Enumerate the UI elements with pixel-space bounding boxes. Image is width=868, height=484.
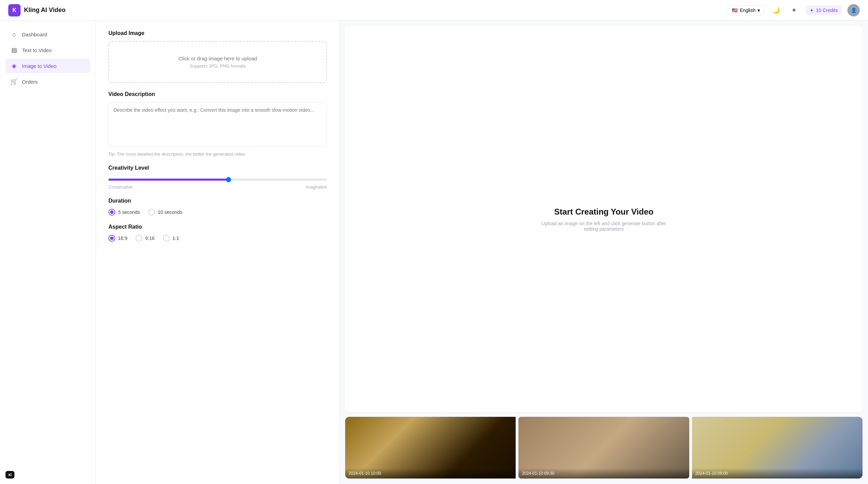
content-area: Upload Image Click or drag image here to…	[96, 21, 868, 484]
creativity-section-title: Creativity Level	[108, 165, 327, 171]
upload-main-text: Click or drag image here to upload	[116, 56, 319, 61]
aspect-ratio-option-16x9[interactable]: 16:9	[108, 235, 127, 242]
creativity-slider[interactable]	[108, 179, 327, 181]
sidebar-item-dashboard[interactable]: ⌂ Dashboard	[5, 27, 90, 41]
thumbnail-1-date: 2024-01-10 10:00	[345, 468, 516, 479]
preview-area: Start Creating Your Video Upload an imag…	[345, 26, 863, 413]
preview-empty-title: Start Creating Your Video	[554, 207, 653, 217]
duration-radio-10s[interactable]	[148, 209, 155, 216]
sidebar: ⌂ Dashboard ▤ Text to Video ◈ Image to V…	[0, 21, 96, 484]
aspect-ratio-radio-16x9[interactable]	[108, 235, 115, 242]
aspect-ratio-label-16x9: 16:9	[118, 235, 127, 241]
thumbnail-2-date: 2024-01-10 09:30	[518, 468, 689, 479]
creativity-slider-labels: Conservative Imaginative	[108, 185, 327, 190]
creativity-min-label: Conservative	[108, 185, 132, 190]
header-actions: 🇺🇸 English ▾ 🌙 ✦ ✦ 10 Credits 👤	[727, 4, 860, 16]
upload-section: Upload Image Click or drag image here to…	[108, 30, 327, 83]
description-section: Video Description Tip: The more detailed…	[108, 91, 327, 157]
duration-section: Duration 5 seconds 10 seconds	[108, 198, 327, 216]
upload-section-title: Upload Image	[108, 30, 327, 36]
duration-option-10s[interactable]: 10 seconds	[148, 209, 183, 216]
text-to-video-icon: ▤	[10, 46, 18, 54]
description-tip: Tip: The more detailed the description, …	[108, 152, 327, 157]
user-avatar[interactable]: 👤	[847, 4, 860, 16]
sidebar-item-dashboard-label: Dashboard	[22, 32, 47, 37]
creativity-section: Creativity Level Conservative Imaginativ…	[108, 165, 327, 190]
language-label: English	[740, 8, 755, 13]
app-title: Kling AI Video	[24, 7, 66, 14]
description-textarea[interactable]	[108, 102, 327, 147]
thumbnail-1[interactable]: 2024-01-10 10:00	[345, 417, 516, 479]
preview-empty-subtitle: Upload an image on the left and click ge…	[535, 221, 672, 232]
main-layout: ⌂ Dashboard ▤ Text to Video ◈ Image to V…	[0, 21, 868, 484]
aspect-ratio-radio-1x1[interactable]	[163, 235, 170, 242]
thumbnail-3[interactable]: 2024-01-10 09:00	[692, 417, 863, 479]
credits-label: 10 Credits	[816, 8, 838, 13]
header-logo-area: K Kling AI Video	[8, 4, 66, 16]
thumbnail-3-date: 2024-01-10 09:00	[692, 468, 863, 479]
sidebar-item-image-to-video-label: Image to Video	[22, 63, 57, 69]
sparkle-button[interactable]: ✦	[788, 4, 800, 16]
aspect-ratio-label-9x16: 9:16	[145, 235, 154, 241]
duration-label-5s: 5 seconds	[118, 209, 140, 215]
duration-label-10s: 10 seconds	[158, 209, 183, 215]
sidebar-item-text-to-video[interactable]: ▤ Text to Video	[5, 43, 90, 57]
creativity-slider-container	[108, 176, 327, 182]
sidebar-item-image-to-video[interactable]: ◈ Image to Video	[5, 59, 90, 73]
aspect-ratio-option-9x16[interactable]: 9:16	[136, 235, 154, 242]
flag-icon: 🇺🇸	[732, 8, 738, 13]
sidebar-item-text-to-video-label: Text to Video	[22, 47, 51, 53]
xl-badge: xl	[5, 471, 14, 479]
thumbnail-2[interactable]: 2024-01-10 09:30	[518, 417, 689, 479]
duration-radio-group: 5 seconds 10 seconds	[108, 209, 327, 216]
duration-option-5s[interactable]: 5 seconds	[108, 209, 140, 216]
language-selector[interactable]: 🇺🇸 English ▾	[727, 5, 764, 15]
dark-mode-button[interactable]: 🌙	[770, 4, 782, 16]
app-header: K Kling AI Video 🇺🇸 English ▾ 🌙 ✦ ✦ 10 C…	[0, 0, 868, 21]
dashboard-icon: ⌂	[10, 31, 18, 38]
duration-radio-5s[interactable]	[108, 209, 115, 216]
aspect-ratio-radio-9x16[interactable]	[136, 235, 142, 242]
aspect-ratio-radio-group: 16:9 9:16 1:1	[108, 235, 327, 242]
left-panel: Upload Image Click or drag image here to…	[96, 21, 340, 484]
chevron-down-icon: ▾	[758, 8, 760, 13]
upload-sub-text: Supports JPG, PNG formats	[116, 63, 319, 69]
upload-dropzone[interactable]: Click or drag image here to upload Suppo…	[108, 41, 327, 83]
thumbnails-row: 2024-01-10 10:00 2024-01-10 09:30 2024-0…	[345, 417, 863, 479]
orders-icon: 🛒	[10, 78, 18, 85]
duration-section-title: Duration	[108, 198, 327, 204]
creativity-max-label: Imaginative	[306, 185, 327, 190]
aspect-ratio-section: Aspect Ratio 16:9 9:16 1:1	[108, 224, 327, 242]
sidebar-item-orders-label: Orders	[22, 79, 38, 85]
right-panel: Start Creating Your Video Upload an imag…	[340, 21, 868, 484]
sidebar-item-orders[interactable]: 🛒 Orders	[5, 74, 90, 89]
aspect-ratio-label-1x1: 1:1	[173, 235, 179, 241]
image-to-video-icon: ◈	[10, 62, 18, 70]
description-section-title: Video Description	[108, 91, 327, 97]
credits-display: ✦ 10 Credits	[806, 5, 842, 15]
credits-icon: ✦	[810, 8, 814, 13]
aspect-ratio-option-1x1[interactable]: 1:1	[163, 235, 179, 242]
app-logo: K	[8, 4, 21, 16]
aspect-ratio-section-title: Aspect Ratio	[108, 224, 327, 230]
